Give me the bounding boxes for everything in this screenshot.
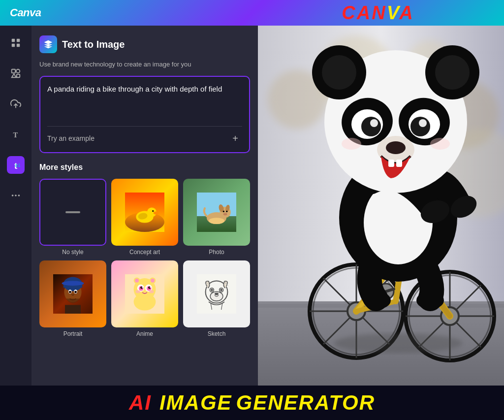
bottom-banner: AI IMAGE GENERATOR <box>0 386 504 420</box>
svg-rect-2 <box>12 44 15 47</box>
svg-point-29 <box>226 211 227 212</box>
svg-point-20 <box>154 212 159 215</box>
canva-title-a: A <box>399 2 414 23</box>
svg-rect-130 <box>396 160 402 167</box>
text-input-container: Try an example + <box>39 76 250 153</box>
svg-rect-7 <box>17 74 20 77</box>
style-thumb-portrait <box>39 260 106 327</box>
svg-rect-41 <box>65 305 81 314</box>
panda-image <box>258 26 504 386</box>
svg-point-63 <box>211 289 213 291</box>
try-example-plus-button[interactable]: + <box>228 131 242 145</box>
svg-point-28 <box>223 211 224 212</box>
svg-point-54 <box>149 290 154 293</box>
right-area <box>258 26 504 386</box>
svg-rect-0 <box>12 39 15 42</box>
canva-title-text: CANVA <box>342 2 414 24</box>
svg-point-57 <box>135 279 139 283</box>
panel: Text to Image Use brand new technology t… <box>32 26 258 386</box>
style-thumb-sketch <box>183 260 250 327</box>
style-item-portrait[interactable]: Portrait <box>39 260 106 337</box>
svg-point-5 <box>16 69 20 73</box>
svg-point-14 <box>15 194 17 196</box>
style-thumb-no-style <box>39 179 106 246</box>
svg-text:T: T <box>13 131 18 139</box>
style-thumb-photo <box>183 179 250 246</box>
svg-point-39 <box>69 291 71 293</box>
svg-point-53 <box>136 290 141 293</box>
canva-title-can: CAN <box>342 2 386 23</box>
svg-point-36 <box>62 281 84 286</box>
apps-icon[interactable]: t ai <box>6 156 25 174</box>
svg-point-112 <box>363 291 391 309</box>
svg-rect-1 <box>17 39 20 42</box>
more-styles-title: More styles <box>39 163 250 172</box>
svg-point-126 <box>419 119 427 127</box>
bottom-text-generator: GENERATOR <box>236 391 375 415</box>
panel-icon <box>39 35 57 53</box>
svg-point-58 <box>151 279 155 283</box>
style-label-sketch: Sketch <box>208 330 226 337</box>
bottom-text-ai: AI <box>129 391 152 415</box>
svg-point-131 <box>342 138 361 150</box>
style-item-concept-art[interactable]: Concept art <box>111 179 178 256</box>
elements-icon[interactable] <box>6 64 25 83</box>
text-icon[interactable]: T <box>6 125 25 144</box>
canva-title: CANVA <box>252 0 504 26</box>
panel-title: Text to Image <box>62 39 125 50</box>
svg-point-52 <box>150 287 151 288</box>
canva-title-v: V <box>387 2 400 23</box>
svg-text:ai: ai <box>15 162 21 168</box>
canva-logo: Canva <box>0 6 51 19</box>
style-item-anime[interactable]: Anime <box>111 260 178 337</box>
top-header: Canva CANVA <box>0 0 504 26</box>
svg-rect-4 <box>12 69 15 73</box>
styles-grid: No style <box>39 179 250 337</box>
panel-subtitle: Use brand new technology to create an im… <box>39 60 250 69</box>
svg-point-125 <box>370 119 378 127</box>
more-icon[interactable] <box>6 186 25 205</box>
style-label-anime: Anime <box>136 330 153 337</box>
svg-point-124 <box>410 117 430 136</box>
prompt-input[interactable] <box>47 84 242 118</box>
svg-point-133 <box>334 333 462 353</box>
svg-point-40 <box>74 291 77 293</box>
svg-point-15 <box>18 194 20 196</box>
style-thumb-concept-art <box>111 179 178 246</box>
style-item-no-style[interactable]: No style <box>39 179 106 256</box>
style-label-concept-art: Concept art <box>129 249 160 256</box>
svg-point-113 <box>416 291 444 309</box>
svg-point-31 <box>209 218 224 224</box>
main-layout: T t ai Text to Ima <box>0 26 504 386</box>
style-label-photo: Photo <box>209 249 224 256</box>
svg-point-128 <box>386 141 406 154</box>
svg-point-13 <box>12 194 14 196</box>
svg-point-123 <box>361 117 381 136</box>
svg-rect-129 <box>388 160 394 167</box>
svg-point-116 <box>322 55 356 90</box>
panel-title-row: Text to Image <box>39 35 250 53</box>
grid-icon[interactable] <box>6 33 25 52</box>
bottom-text-image: IMAGE <box>159 391 232 415</box>
try-example-label[interactable]: Try an example <box>47 134 94 142</box>
sidebar-icons: T t ai <box>0 26 32 386</box>
svg-marker-6 <box>12 74 16 77</box>
style-label-portrait: Portrait <box>63 330 83 337</box>
svg-point-118 <box>435 55 470 90</box>
style-item-photo[interactable]: Photo <box>183 179 250 256</box>
svg-point-51 <box>142 287 143 288</box>
svg-point-66 <box>215 293 219 295</box>
style-thumb-anime <box>111 260 178 327</box>
try-example-row: Try an example + <box>47 126 242 145</box>
style-item-sketch[interactable]: Sketch <box>183 260 250 337</box>
svg-point-30 <box>223 213 227 216</box>
svg-point-65 <box>220 289 222 291</box>
svg-rect-3 <box>17 44 20 47</box>
svg-point-21 <box>152 210 154 212</box>
style-label-no-style: No style <box>62 249 83 256</box>
upload-icon[interactable] <box>6 95 25 113</box>
svg-point-132 <box>430 138 450 150</box>
